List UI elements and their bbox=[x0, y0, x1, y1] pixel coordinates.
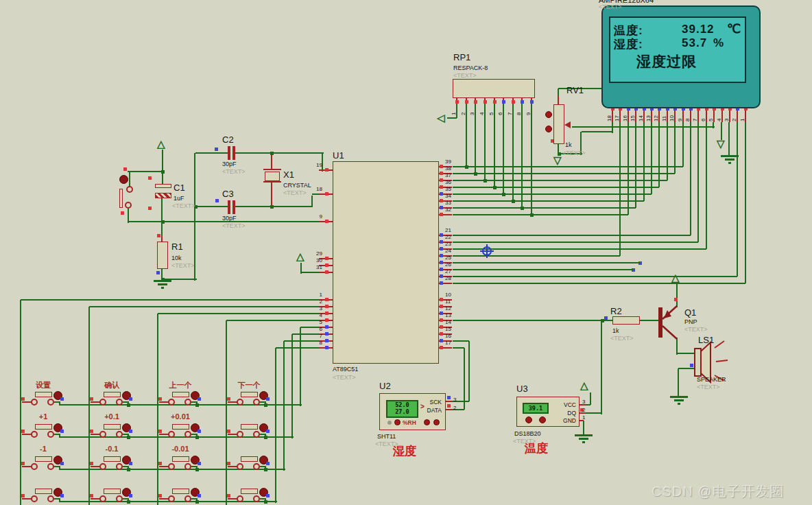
pin-state-square bbox=[266, 462, 270, 465]
button-terminal bbox=[99, 463, 106, 470]
keypad-button-r3c4[interactable] bbox=[226, 443, 295, 475]
wire bbox=[612, 122, 613, 133]
mcu-pin-number: 4 bbox=[294, 312, 322, 318]
r2-resistor[interactable] bbox=[612, 316, 640, 325]
ds18b20-dot bbox=[525, 416, 532, 423]
temperature-caption: 温度 bbox=[525, 441, 548, 456]
ds18b20-pin2-num: 2 bbox=[582, 407, 585, 413]
reset-button[interactable] bbox=[115, 172, 139, 214]
mcu-body[interactable] bbox=[333, 161, 439, 364]
rv1-value: 1k bbox=[565, 141, 572, 148]
keypad-button-r1c1[interactable]: 设置 bbox=[21, 379, 89, 410]
pin-state-square bbox=[90, 430, 93, 433]
button-lead bbox=[22, 498, 32, 500]
pin-state-square bbox=[440, 325, 443, 329]
pin-state-square bbox=[156, 271, 160, 274]
r1-value: 10k bbox=[171, 255, 182, 261]
x1-crystal-body[interactable] bbox=[265, 172, 280, 181]
pin-state-square bbox=[158, 462, 162, 465]
pin-state-square bbox=[215, 199, 219, 202]
mcu-pin-number: 12 bbox=[445, 305, 451, 312]
wire bbox=[582, 131, 613, 132]
keypad-button-r4c4[interactable] bbox=[226, 475, 295, 505]
keypad-button-label: +0.01 bbox=[158, 412, 203, 421]
keypad-button-r3c3[interactable]: -0.01 bbox=[158, 443, 226, 475]
wire bbox=[484, 104, 486, 180]
junction-dot bbox=[512, 200, 515, 203]
c3-capacitor-plate[interactable] bbox=[232, 200, 235, 214]
keypad-button-r1c4[interactable]: 下一个 bbox=[226, 379, 295, 410]
pin-state-square bbox=[227, 430, 230, 433]
button-cap bbox=[241, 489, 258, 494]
lcd-line2-unit: % bbox=[713, 36, 724, 50]
wire bbox=[590, 392, 591, 405]
pin-state-square bbox=[148, 207, 152, 210]
mcu-pin-number: 16 bbox=[445, 333, 451, 339]
ds18b20-sensor[interactable]: 39.1 VCC DQ GND bbox=[516, 397, 580, 427]
junction-dot bbox=[127, 468, 130, 471]
q1-transistor[interactable] bbox=[650, 292, 689, 341]
pin-state-square bbox=[21, 397, 25, 401]
button-lead bbox=[91, 434, 100, 435]
wire bbox=[628, 122, 629, 215]
c1-ref: C1 bbox=[174, 183, 185, 193]
schematic-canvas: 19XTAL118XTAL29RST29PSEN30ALE31EA1P1.02P… bbox=[0, 0, 812, 505]
keypad-button-r3c2[interactable]: -0.1 bbox=[89, 443, 158, 475]
wire bbox=[453, 166, 683, 167]
pin-state-square bbox=[227, 462, 230, 465]
c2-capacitor[interactable] bbox=[228, 146, 230, 160]
pin-state-square bbox=[90, 494, 93, 497]
pin-state-square bbox=[158, 397, 162, 401]
c1-plate-top[interactable] bbox=[155, 184, 171, 188]
wire bbox=[464, 348, 465, 410]
keypad-button-r2c1[interactable]: +1 bbox=[21, 411, 89, 443]
sht11-part: SHT11 bbox=[377, 433, 396, 440]
keypad-button-label: 确认 bbox=[89, 380, 134, 390]
keypad-button-label: -1 bbox=[21, 445, 66, 453]
junction-dot bbox=[474, 172, 477, 176]
x1-crystal[interactable] bbox=[263, 169, 281, 170]
pin-state-square bbox=[325, 298, 329, 301]
mcu-pin-number: 11 bbox=[445, 298, 451, 305]
pin-state-square bbox=[198, 397, 201, 401]
ds18b20-ref: U3 bbox=[516, 384, 528, 394]
r1-resistor[interactable] bbox=[157, 242, 168, 269]
mcu-pin-number: 22 bbox=[445, 234, 451, 240]
pin-state-square bbox=[60, 430, 64, 433]
ds18b20-part: DS18B20 bbox=[514, 430, 541, 437]
respack-body[interactable] bbox=[453, 79, 535, 98]
c2-capacitor-plate[interactable] bbox=[232, 146, 235, 160]
wire bbox=[161, 236, 163, 242]
c3-capacitor[interactable] bbox=[228, 200, 230, 214]
button-terminal bbox=[31, 399, 38, 406]
pin-state-square bbox=[90, 462, 93, 465]
button-cap bbox=[241, 392, 258, 397]
keypad-button-r2c2[interactable]: +0.1 bbox=[89, 411, 158, 443]
pin-state-square bbox=[266, 397, 270, 401]
rv1-potentiometer[interactable] bbox=[553, 104, 564, 144]
wire bbox=[301, 272, 320, 273]
wire bbox=[453, 320, 612, 321]
sht11-sensor[interactable]: 52.0 27.0 > %RH SCK DATA bbox=[379, 393, 446, 430]
mcu-pin-number: 17 bbox=[445, 340, 451, 346]
button-terminal bbox=[47, 399, 54, 406]
sht11-sck-label: SCK bbox=[421, 399, 442, 406]
keypad-button-r3c1[interactable]: -1 bbox=[21, 443, 89, 475]
keypad-button-r1c3[interactable]: 上一个 bbox=[158, 379, 226, 410]
keypad-button-r1c2[interactable]: 确认 bbox=[89, 379, 158, 410]
button-lead bbox=[91, 466, 100, 467]
keypad-button-r4c3[interactable] bbox=[158, 475, 226, 505]
wire bbox=[453, 235, 691, 236]
keypad-button-r2c4[interactable] bbox=[226, 411, 295, 443]
keypad-button-r4c1[interactable] bbox=[21, 475, 89, 505]
power-arrow-up-ds18b20: △ bbox=[580, 380, 588, 390]
pin-state-square bbox=[325, 339, 329, 342]
keypad-button-r2c3[interactable]: +0.01 bbox=[158, 411, 226, 443]
wire bbox=[682, 122, 684, 167]
pin-state-square bbox=[325, 318, 329, 322]
x1-crystal-plate[interactable] bbox=[263, 181, 281, 183]
mcu-ref: U1 bbox=[333, 150, 344, 161]
keypad-button-r4c2[interactable] bbox=[89, 475, 158, 505]
c1-plate-bottom[interactable] bbox=[155, 193, 171, 198]
wire bbox=[453, 255, 620, 257]
